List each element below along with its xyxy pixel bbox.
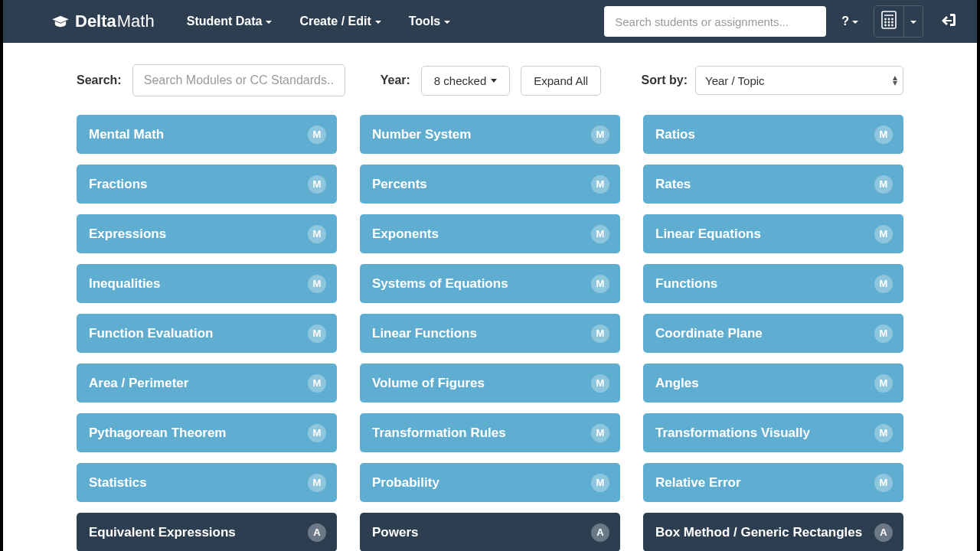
module-tile-label: Inequalities — [89, 276, 161, 292]
module-tile[interactable]: InequalitiesM — [77, 264, 337, 303]
module-tile[interactable]: Function EvaluationM — [77, 314, 337, 353]
nav-create-edit[interactable]: Create / Edit — [289, 7, 391, 36]
module-tile-badge: A — [874, 523, 893, 542]
module-tile-label: Coordinate Plane — [655, 326, 763, 341]
module-tile[interactable]: Systems of EquationsM — [360, 264, 620, 303]
module-tile-label: Relative Error — [655, 475, 741, 491]
year-filter-label: 8 checked — [434, 74, 486, 87]
module-tile-label: Systems of Equations — [372, 276, 508, 292]
module-tile[interactable]: Mental MathM — [77, 115, 337, 154]
logout-icon — [939, 11, 957, 31]
svg-point-9 — [888, 24, 889, 25]
module-tile-badge: M — [874, 175, 893, 194]
module-tile[interactable]: ProbabilityM — [360, 463, 620, 502]
module-tile-label: Fractions — [89, 177, 148, 192]
module-tile[interactable]: PowersA — [360, 513, 620, 551]
module-tile[interactable]: Number SystemM — [360, 115, 620, 154]
module-tile[interactable]: Linear FunctionsM — [360, 314, 620, 353]
module-tile-badge: M — [591, 225, 609, 243]
svg-point-7 — [892, 21, 893, 22]
brand-logo[interactable]: DeltaMath — [52, 11, 155, 31]
module-tile-label: Equivalent Expressions — [89, 525, 236, 540]
module-tile-badge: M — [874, 324, 893, 343]
module-tile[interactable]: Equivalent ExpressionsA — [77, 513, 337, 551]
module-tile-label: Powers — [372, 525, 418, 540]
module-tile-badge: M — [308, 474, 326, 492]
module-tile[interactable]: RatesM — [643, 165, 903, 204]
module-tile[interactable]: ExpressionsM — [77, 214, 337, 253]
nav-links: Student Data Create / Edit Tools — [176, 7, 462, 36]
calculator-button[interactable] — [874, 6, 903, 37]
module-tile-label: Transformations Visually — [655, 425, 810, 441]
module-tile[interactable]: Pythagorean TheoremM — [77, 413, 337, 452]
module-tile[interactable]: Area / PerimeterM — [77, 364, 337, 403]
module-tile-badge: M — [308, 424, 326, 442]
module-tile-label: Statistics — [89, 475, 147, 491]
module-tile-badge: M — [591, 324, 609, 343]
module-tile-badge: M — [308, 275, 326, 293]
nav-student-data[interactable]: Student Data — [176, 7, 283, 36]
module-tile-label: Transformation Rules — [372, 425, 506, 441]
module-tile[interactable]: Relative ErrorM — [643, 463, 903, 502]
sort-select-wrap: Year / Topic ▴▾ — [695, 66, 903, 95]
module-tile-badge: A — [308, 523, 326, 542]
svg-point-2 — [885, 18, 886, 19]
module-tile[interactable]: Linear EquationsM — [643, 214, 903, 253]
year-filter-button[interactable]: 8 checked — [421, 66, 510, 96]
module-tile[interactable]: StatisticsM — [77, 463, 337, 502]
svg-point-4 — [892, 18, 893, 19]
module-tile[interactable]: Box Method / Generic RectanglesA — [643, 513, 903, 551]
logout-button[interactable] — [933, 7, 963, 36]
expand-all-button[interactable]: Expand All — [521, 66, 601, 96]
module-tile[interactable]: Transformations VisuallyM — [643, 413, 903, 452]
module-tile[interactable]: PercentsM — [360, 165, 620, 204]
nav-create-edit-label: Create / Edit — [299, 15, 371, 28]
module-tile[interactable]: FunctionsM — [643, 264, 903, 303]
module-tile-badge: M — [874, 374, 893, 393]
module-search-input[interactable] — [132, 64, 345, 96]
module-grid: Mental MathMNumber SystemMRatiosMFractio… — [32, 115, 948, 551]
help-label: ? — [841, 15, 849, 28]
module-tile-label: Functions — [655, 276, 717, 292]
module-tile[interactable]: Volume of FiguresM — [360, 364, 620, 403]
module-tile[interactable]: Coordinate PlaneM — [643, 314, 903, 353]
module-tile[interactable]: FractionsM — [77, 165, 337, 204]
module-tile-badge: M — [308, 324, 326, 343]
module-tile-label: Ratios — [655, 127, 695, 142]
caret-down-icon — [375, 21, 381, 24]
module-tile-label: Exponents — [372, 227, 439, 242]
module-tile-label: Volume of Figures — [372, 376, 485, 391]
module-tile-badge: M — [308, 225, 326, 243]
module-tile-badge: M — [591, 424, 609, 442]
module-tile-label: Number System — [372, 127, 471, 142]
module-tile-badge: M — [874, 474, 893, 492]
calculator-button-group — [874, 5, 923, 37]
module-tile-badge: M — [591, 126, 609, 144]
calculator-dropdown[interactable] — [903, 6, 923, 37]
calculator-icon — [880, 11, 897, 32]
nav-tools[interactable]: Tools — [398, 7, 461, 36]
module-tile-badge: M — [308, 374, 326, 393]
module-tile-label: Pythagorean Theorem — [89, 425, 227, 441]
module-tile-label: Function Evaluation — [89, 326, 213, 341]
nav-student-data-label: Student Data — [187, 15, 263, 28]
module-tile[interactable]: ExponentsM — [360, 214, 620, 253]
module-tile[interactable]: Transformation RulesM — [360, 413, 620, 452]
svg-point-8 — [885, 24, 886, 25]
module-toolbar: Search: Year: 8 checked Expand All Sort … — [32, 64, 948, 96]
svg-point-5 — [885, 21, 886, 22]
sort-select[interactable]: Year / Topic — [695, 66, 903, 95]
module-tile[interactable]: AnglesM — [643, 364, 903, 403]
caret-down-icon — [852, 21, 858, 24]
module-tile-label: Linear Equations — [655, 227, 761, 242]
module-tile-badge: M — [874, 275, 893, 293]
module-tile-label: Probability — [372, 475, 439, 491]
caret-down-icon — [910, 21, 916, 24]
toolbar-right: Sort by: Year / Topic ▴▾ — [642, 66, 903, 95]
help-menu[interactable]: ? — [835, 10, 864, 33]
module-tile-badge: M — [591, 374, 609, 393]
module-tile-badge: M — [591, 275, 609, 293]
global-search-input[interactable] — [604, 6, 826, 37]
sort-label: Sort by: — [642, 73, 688, 87]
module-tile[interactable]: RatiosM — [643, 115, 903, 154]
